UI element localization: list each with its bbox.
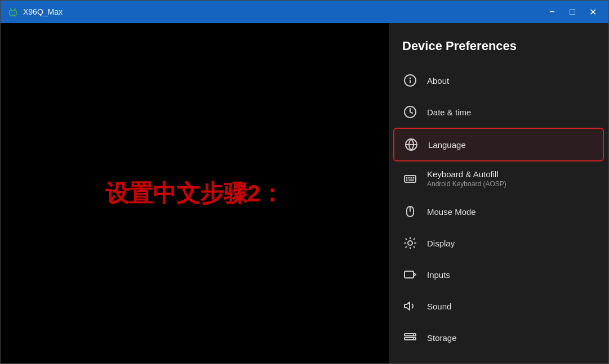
panel-header: Device Preferences — [389, 23, 608, 65]
svg-point-23 — [408, 241, 412, 245]
right-panel: Device Preferences About — [389, 23, 608, 363]
inputs-label: Inputs — [427, 270, 450, 280]
window-controls: − □ ✕ — [543, 4, 602, 20]
datetime-text: Date & time — [427, 107, 471, 117]
keyboard-label: Keyboard & Autofill — [427, 169, 506, 179]
keyboard-icon — [402, 171, 418, 187]
svg-point-4 — [14, 12, 15, 13]
close-button[interactable]: ✕ — [584, 4, 602, 20]
minimize-button[interactable]: − — [543, 4, 561, 20]
storage-text: Storage — [427, 333, 457, 343]
chinese-instruction-text: 设置中文步骤2： — [105, 178, 284, 209]
menu-item-sound[interactable]: Sound — [393, 290, 604, 322]
menu-item-language[interactable]: Language — [393, 128, 604, 161]
info-icon — [402, 73, 418, 88]
svg-rect-0 — [10, 11, 16, 15]
datetime-label: Date & time — [427, 107, 471, 117]
language-text: Language — [428, 140, 466, 150]
sound-label: Sound — [427, 302, 451, 311]
menu-list: About Date & time — [389, 65, 608, 353]
inputs-icon — [402, 267, 418, 282]
menu-item-about[interactable]: About — [393, 65, 604, 96]
svg-line-31 — [414, 239, 414, 239]
svg-marker-33 — [404, 302, 410, 310]
mouse-label: Mouse Mode — [427, 207, 476, 217]
svg-line-30 — [406, 246, 406, 247]
svg-rect-32 — [404, 271, 414, 278]
storage-label: Storage — [427, 333, 457, 343]
display-icon — [402, 235, 418, 251]
menu-item-display[interactable]: Display — [393, 227, 604, 259]
window-title: X96Q_Max — [23, 7, 63, 16]
svg-line-27 — [414, 246, 414, 247]
keyboard-text: Keyboard & Autofill Android Keyboard (AO… — [427, 169, 506, 188]
clock-icon — [402, 104, 418, 120]
maximize-button[interactable]: □ — [563, 4, 581, 20]
svg-point-37 — [413, 338, 414, 339]
menu-item-keyboard[interactable]: Keyboard & Autofill Android Keyboard (AO… — [393, 161, 604, 196]
mouse-icon — [402, 204, 418, 219]
globe-icon — [403, 137, 419, 152]
about-text: About — [427, 76, 449, 86]
menu-item-datetime[interactable]: Date & time — [393, 96, 604, 128]
svg-line-26 — [406, 239, 406, 239]
main-window: X96Q_Max − □ ✕ 设置中文步骤2： Device Preferenc… — [0, 0, 609, 364]
display-label: Display — [427, 239, 455, 248]
menu-item-mouse[interactable]: Mouse Mode — [393, 196, 604, 227]
language-label: Language — [428, 140, 466, 150]
menu-item-storage[interactable]: Storage — [393, 322, 604, 353]
app-icon — [7, 6, 19, 17]
titlebar-left: X96Q_Max — [7, 6, 63, 17]
menu-item-inputs[interactable]: Inputs — [393, 259, 604, 290]
about-label: About — [427, 76, 449, 86]
inputs-text: Inputs — [427, 270, 450, 280]
mouse-text: Mouse Mode — [427, 207, 476, 217]
svg-point-3 — [11, 12, 12, 13]
sound-icon — [402, 298, 418, 314]
svg-rect-13 — [404, 176, 416, 182]
sound-text: Sound — [427, 302, 451, 311]
titlebar: X96Q_Max − □ ✕ — [1, 1, 608, 23]
svg-point-36 — [413, 334, 414, 335]
left-panel: 设置中文步骤2： — [1, 23, 389, 363]
svg-point-22 — [410, 211, 411, 212]
display-text: Display — [427, 239, 455, 248]
keyboard-sublabel: Android Keyboard (AOSP) — [427, 180, 506, 188]
main-content: 设置中文步骤2： Device Preferences About — [1, 23, 608, 363]
storage-icon — [402, 330, 418, 345]
